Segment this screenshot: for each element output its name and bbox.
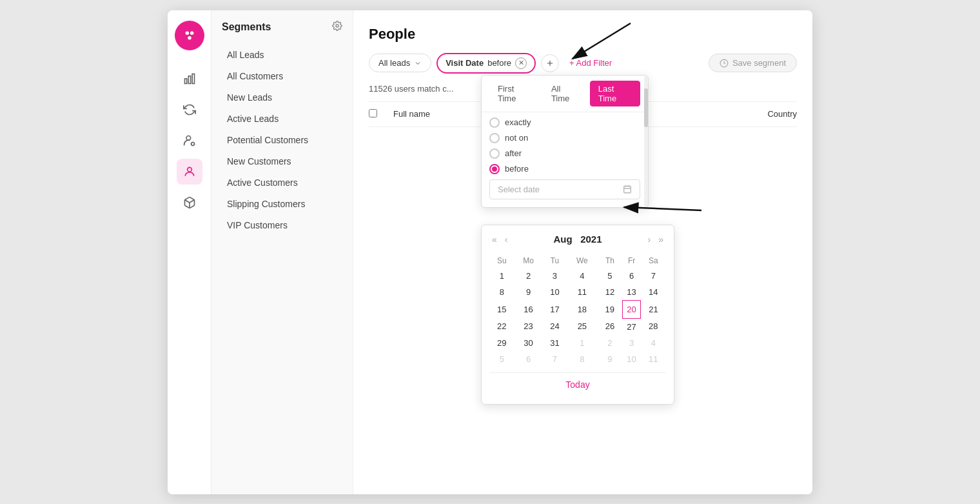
calendar-day[interactable]: 4 xyxy=(641,335,666,351)
segment-dropdown[interactable]: All leads xyxy=(369,54,431,72)
svg-point-10 xyxy=(336,25,338,27)
calendar-day[interactable]: 3 xyxy=(623,335,641,351)
calendar-day[interactable]: 2 xyxy=(514,268,543,284)
calendar-day[interactable]: 10 xyxy=(623,351,641,367)
calendar-day[interactable]: 29 xyxy=(489,335,514,351)
svg-point-1 xyxy=(190,31,193,35)
sidebar-item-new-leads[interactable]: New Leads xyxy=(217,87,348,108)
select-all-checkbox[interactable] xyxy=(369,108,388,120)
dropdown-scrollbar xyxy=(644,76,648,207)
calendar-day[interactable]: 7 xyxy=(641,268,666,284)
time-tabs: First Time All Time Last Time xyxy=(482,76,648,112)
calendar-day[interactable]: 25 xyxy=(567,318,597,335)
sidebar-item-vip-customers[interactable]: VIP Customers xyxy=(217,215,348,236)
nav-icon-people[interactable] xyxy=(177,159,202,185)
calendar-day[interactable]: 13 xyxy=(623,284,641,301)
next-month-btn[interactable]: › xyxy=(645,233,654,246)
calendar-day[interactable]: 19 xyxy=(597,300,622,318)
radio-options: exactly not on after before xyxy=(482,112,648,179)
calendar-day[interactable]: 18 xyxy=(567,300,597,318)
date-input[interactable]: Select date xyxy=(489,179,640,199)
sidebar-item-active-customers[interactable]: Active Customers xyxy=(217,172,348,193)
sidebar-item-new-customers[interactable]: New Customers xyxy=(217,151,348,172)
calendar-day[interactable]: 15 xyxy=(489,300,514,318)
main-content: People All leads Visit Date before ✕ + A… xyxy=(353,10,812,494)
calendar-day[interactable]: 21 xyxy=(641,300,666,318)
col-country: Country xyxy=(720,109,797,119)
add-filter-icon-btn[interactable] xyxy=(541,54,559,72)
calendar-day[interactable]: 5 xyxy=(597,268,622,284)
svg-rect-4 xyxy=(188,76,190,83)
tab-first-time[interactable]: First Time xyxy=(489,81,540,106)
radio-not-on[interactable]: not on xyxy=(489,133,640,143)
calendar-day[interactable]: 28 xyxy=(641,318,666,335)
calendar-day[interactable]: 27 xyxy=(623,318,641,335)
calendar-day[interactable]: 5 xyxy=(489,351,514,367)
weekday-th: Th xyxy=(597,254,622,268)
calendar-day[interactable]: 31 xyxy=(542,335,567,351)
radio-exactly-label: exactly xyxy=(505,117,531,127)
sidebar-item-active-leads[interactable]: Active Leads xyxy=(217,108,348,129)
today-button[interactable]: Today xyxy=(489,372,666,396)
radio-after[interactable]: after xyxy=(489,148,640,159)
calendar-year: 2021 xyxy=(580,234,602,245)
prev-year-btn[interactable]: « xyxy=(489,233,500,246)
calendar-day[interactable]: 7 xyxy=(542,351,567,367)
app-logo[interactable] xyxy=(175,21,204,50)
sidebar-item-all-customers[interactable]: All Customers xyxy=(217,66,348,86)
calendar-day[interactable]: 1 xyxy=(567,335,597,351)
calendar-day[interactable]: 20 xyxy=(623,300,641,318)
segment-label: All leads xyxy=(378,58,410,68)
calendar-day[interactable]: 26 xyxy=(597,318,622,335)
tab-last-time[interactable]: Last Time xyxy=(590,81,640,106)
gear-icon[interactable] xyxy=(332,21,342,34)
toolbar: All leads Visit Date before ✕ + Add Filt… xyxy=(369,53,797,74)
visit-date-filter-chip[interactable]: Visit Date before ✕ xyxy=(436,53,536,74)
calendar-day[interactable]: 8 xyxy=(489,284,514,301)
sidebar-item-all-leads[interactable]: All Leads xyxy=(217,45,348,65)
radio-exactly[interactable]: exactly xyxy=(489,117,640,128)
sidebar-item-potential-customers[interactable]: Potential Customers xyxy=(217,130,348,150)
radio-before[interactable]: before xyxy=(489,164,640,174)
calendar-day[interactable]: 1 xyxy=(489,268,514,284)
calendar-day[interactable]: 17 xyxy=(542,300,567,318)
calendar-day[interactable]: 11 xyxy=(567,284,597,301)
filter-chip-close[interactable]: ✕ xyxy=(515,57,527,69)
tab-all-time[interactable]: All Time xyxy=(543,81,587,106)
calendar-day[interactable]: 22 xyxy=(489,318,514,335)
nav-icon-sync[interactable] xyxy=(177,97,202,123)
calendar-panel: « ‹ Aug 2021 › » Su Mo xyxy=(481,225,674,405)
calendar-day[interactable]: 6 xyxy=(514,351,543,367)
scrollbar-thumb xyxy=(644,88,648,127)
radio-circle-after xyxy=(489,148,500,159)
add-filter-button[interactable]: + Add Filter xyxy=(564,54,617,72)
nav-icon-person-settings[interactable] xyxy=(177,128,202,154)
calendar-day[interactable]: 8 xyxy=(567,351,597,367)
calendar-day[interactable]: 14 xyxy=(641,284,666,301)
calendar-day[interactable]: 12 xyxy=(597,284,622,301)
calendar-day[interactable]: 24 xyxy=(542,318,567,335)
calendar-day[interactable]: 11 xyxy=(641,351,666,367)
radio-after-label: after xyxy=(505,148,522,158)
sidebar-item-slipping-customers[interactable]: Slipping Customers xyxy=(217,194,348,214)
calendar-month: Aug xyxy=(553,234,572,245)
calendar-day[interactable]: 6 xyxy=(623,268,641,284)
calendar-day[interactable]: 30 xyxy=(514,335,543,351)
nav-icon-products[interactable] xyxy=(177,190,202,216)
next-year-btn[interactable]: » xyxy=(656,233,666,246)
calendar-day[interactable]: 2 xyxy=(597,335,622,351)
calendar-day[interactable]: 9 xyxy=(514,284,543,301)
nav-icon-analytics[interactable] xyxy=(177,66,202,92)
calendar-day[interactable]: 23 xyxy=(514,318,543,335)
svg-rect-5 xyxy=(192,74,194,83)
calendar-day[interactable]: 3 xyxy=(542,268,567,284)
calendar-day[interactable]: 10 xyxy=(542,284,567,301)
calendar-day[interactable]: 4 xyxy=(567,268,597,284)
radio-circle-not-on xyxy=(489,133,500,143)
calendar-day[interactable]: 16 xyxy=(514,300,543,318)
save-segment-button[interactable]: Save segment xyxy=(709,54,797,72)
calendar-day[interactable]: 9 xyxy=(597,351,622,367)
prev-month-btn[interactable]: ‹ xyxy=(502,233,511,246)
svg-point-6 xyxy=(186,136,191,140)
sidebar-header: Segments xyxy=(211,21,353,44)
